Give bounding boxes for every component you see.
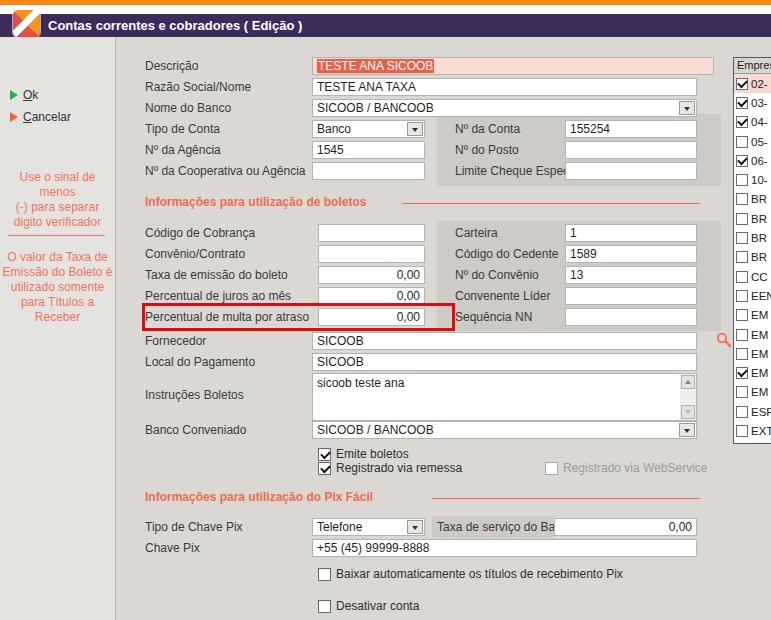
fornecedor-search-icon[interactable] [716, 332, 732, 348]
empresa-row[interactable]: EM [734, 383, 771, 402]
empresa-row[interactable]: 05- [734, 132, 771, 151]
codigo-cobranca-field[interactable] [318, 224, 425, 242]
empresa-checkbox[interactable] [736, 309, 748, 321]
empresa-row[interactable]: EM [734, 325, 771, 344]
action-sidebar: Ok Cancelar Use o sinal de menos (-) par… [0, 37, 116, 620]
empresa-label: EM [751, 386, 768, 398]
empresa-row[interactable]: BR [734, 190, 771, 209]
cancel-button[interactable]: Cancelar [10, 110, 71, 124]
instrucoes-textarea[interactable]: sicoob teste ana [312, 373, 697, 421]
empresa-row[interactable]: BR [734, 228, 771, 247]
taxa-servico-field[interactable]: 0,00 [554, 518, 697, 536]
tipo-chave-pix-dropdown-icon[interactable] [407, 520, 423, 534]
empresa-checkbox[interactable] [736, 213, 748, 225]
taxa-emissao-field[interactable]: 0,00 [318, 266, 425, 284]
pix-section-line [432, 498, 700, 499]
razao-social-field[interactable]: TESTE ANA TAXA [312, 78, 697, 96]
empresa-row[interactable]: EEN [734, 286, 771, 305]
empresa-checkbox[interactable] [736, 406, 748, 418]
empresa-checkbox[interactable] [736, 232, 748, 244]
empresa-label: EM [751, 329, 768, 341]
registrado-webservice-checkbox: Registrado via WebService [545, 461, 708, 475]
top-orange-strip [0, 0, 771, 5]
numero-agencia-field[interactable]: 1545 [312, 141, 425, 159]
empresa-row[interactable]: EM [734, 306, 771, 325]
empresa-checkbox[interactable] [736, 78, 748, 90]
empresa-row[interactable]: 06- [734, 151, 771, 170]
nome-banco-dropdown-icon[interactable] [679, 101, 695, 115]
empresa-row[interactable]: EXT [734, 441, 771, 444]
empresa-checkbox[interactable] [736, 136, 748, 148]
nome-banco-label: Nome do Banco [145, 99, 231, 117]
tipo-conta-dropdown-icon[interactable] [407, 122, 423, 136]
desativar-conta-checkbox[interactable]: Desativar conta [318, 599, 419, 613]
registrado-remessa-box[interactable] [318, 462, 331, 475]
convenente-lider-field[interactable] [565, 287, 697, 305]
instrucoes-text: sicoob teste ana [317, 376, 404, 390]
numero-cooperativa-field[interactable] [312, 162, 425, 180]
empresa-row[interactable]: 03- [734, 93, 771, 112]
empresa-label: BR [751, 232, 767, 244]
scroll-down-icon[interactable] [681, 405, 695, 419]
empresa-checkbox[interactable] [736, 290, 748, 302]
banco-conveniado-dropdown-icon[interactable] [679, 423, 695, 437]
descricao-field[interactable]: TESTE ANA SICOOB [312, 57, 714, 75]
emite-boletos-label: Emite boletos [336, 447, 409, 461]
empresa-row[interactable]: CC [734, 267, 771, 286]
limite-cheque-field[interactable] [565, 162, 697, 180]
convenio-contrato-field[interactable] [318, 245, 425, 263]
emite-boletos-box[interactable] [318, 448, 331, 461]
empresa-label: BR [751, 251, 767, 263]
scroll-up-icon[interactable] [681, 375, 695, 389]
codigo-cedente-field[interactable]: 1589 [565, 245, 697, 263]
empresa-row[interactable]: BR [734, 209, 771, 228]
empresas-list[interactable]: 02- 03- 04- 05- 06- 10- BR BR BR BR CC E… [734, 74, 771, 444]
tipo-chave-pix-combobox[interactable]: Telefone [312, 518, 425, 536]
empresa-checkbox[interactable] [736, 155, 748, 167]
chave-pix-field[interactable]: +55 (45) 99999-8888 [312, 539, 697, 557]
empresa-row[interactable]: 02- [734, 74, 771, 93]
empresa-row[interactable]: EXT [734, 421, 771, 440]
banco-conveniado-combobox[interactable]: SICOOB / BANCOOB [312, 421, 697, 439]
registrado-remessa-checkbox[interactable]: Registrado via remessa [318, 461, 462, 475]
emite-boletos-checkbox[interactable]: Emite boletos [318, 447, 409, 461]
empresa-row[interactable]: ESP [734, 402, 771, 421]
empresa-checkbox[interactable] [736, 425, 748, 437]
empresa-row[interactable]: 10- [734, 170, 771, 189]
tipo-conta-combobox[interactable]: Banco [312, 120, 425, 138]
empresa-row[interactable]: 04- [734, 113, 771, 132]
empresa-checkbox[interactable] [736, 97, 748, 109]
empresa-checkbox[interactable] [736, 251, 748, 263]
nome-banco-combobox[interactable]: SICOOB / BANCOOB [312, 99, 697, 117]
instrucoes-scrollbar[interactable] [680, 374, 696, 420]
baixar-automaticamente-box[interactable] [318, 568, 331, 581]
numero-conta-field[interactable]: 155254 [565, 120, 697, 138]
ok-arrow-icon [10, 90, 18, 100]
sequencia-nn-field[interactable] [565, 308, 697, 326]
empresa-checkbox[interactable] [736, 348, 748, 360]
empresa-row[interactable]: EM [734, 363, 771, 382]
numero-posto-label: Nº do Posto [455, 141, 519, 159]
empresa-row[interactable]: EM [734, 344, 771, 363]
empresas-panel: Empresas 02- 03- 04- 05- 06- 10- BR BR B… [733, 57, 771, 444]
numero-posto-field[interactable] [565, 141, 697, 159]
numero-convenio-field[interactable]: 13 [565, 266, 697, 284]
empresa-row[interactable]: BR [734, 248, 771, 267]
desativar-conta-box[interactable] [318, 600, 331, 613]
fornecedor-field[interactable]: SICOOB [312, 332, 697, 350]
carteira-field[interactable]: 1 [565, 224, 697, 242]
baixar-automaticamente-checkbox[interactable]: Baixar automaticamente os títulos de rec… [318, 567, 623, 581]
empresa-label: ESP [751, 406, 771, 418]
local-pagamento-field[interactable]: SICOOB [312, 353, 697, 371]
banco-conveniado-value: SICOOB / BANCOOB [317, 423, 434, 437]
empresa-checkbox[interactable] [736, 193, 748, 205]
contas-correntes-window: Contas correntes e cobradores ( Edição )… [0, 0, 771, 620]
empresa-checkbox[interactable] [736, 116, 748, 128]
baixar-automaticamente-label: Baixar automaticamente os títulos de rec… [336, 567, 623, 581]
empresa-checkbox[interactable] [736, 271, 748, 283]
empresa-checkbox[interactable] [736, 367, 748, 379]
empresa-checkbox[interactable] [736, 386, 748, 398]
empresa-checkbox[interactable] [736, 174, 748, 186]
ok-button[interactable]: Ok [10, 88, 38, 102]
empresa-checkbox[interactable] [736, 329, 748, 341]
